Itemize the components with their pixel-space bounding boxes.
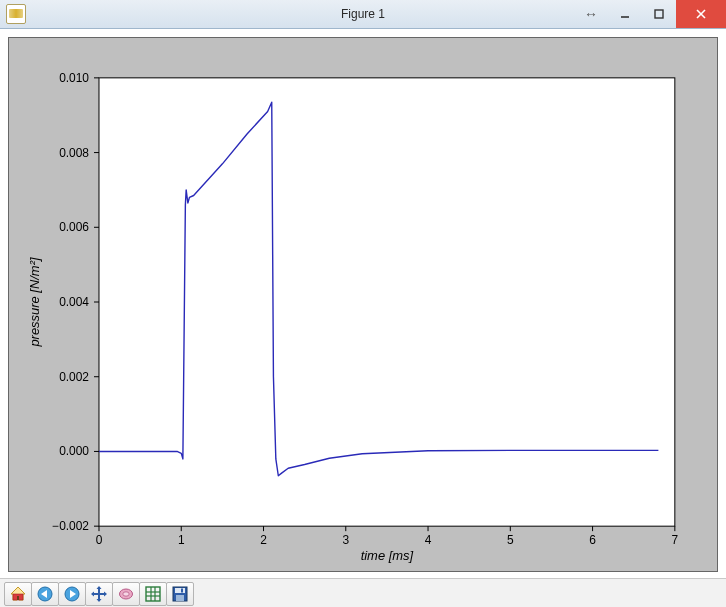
svg-point-51 <box>123 592 129 596</box>
svg-text:2: 2 <box>260 533 267 547</box>
forward-button[interactable] <box>58 582 86 606</box>
svg-text:7: 7 <box>672 533 679 547</box>
minimize-icon <box>619 8 631 20</box>
close-button[interactable] <box>676 0 726 28</box>
svg-text:pressure [N/m²]: pressure [N/m²] <box>27 257 42 348</box>
svg-marker-48 <box>91 592 94 597</box>
chart-plot: 01234567−0.0020.0000.0020.0040.0060.0080… <box>9 38 717 571</box>
save-icon <box>171 585 189 603</box>
svg-text:0.004: 0.004 <box>59 295 89 309</box>
svg-text:0.008: 0.008 <box>59 146 89 160</box>
svg-text:−0.002: −0.002 <box>52 519 89 533</box>
move-icon <box>90 585 108 603</box>
svg-marker-47 <box>97 599 102 602</box>
maximize-button[interactable] <box>642 0 676 28</box>
svg-marker-49 <box>104 592 107 597</box>
svg-text:5: 5 <box>507 533 514 547</box>
svg-text:3: 3 <box>342 533 349 547</box>
minimize-button[interactable] <box>608 0 642 28</box>
pan-button[interactable] <box>85 582 113 606</box>
svg-text:4: 4 <box>425 533 432 547</box>
zoom-rect-icon <box>117 585 135 603</box>
svg-rect-39 <box>17 596 19 600</box>
save-button[interactable] <box>166 582 194 606</box>
svg-text:1: 1 <box>178 533 185 547</box>
svg-text:0: 0 <box>96 533 103 547</box>
svg-rect-60 <box>181 589 183 593</box>
figure-toolbar <box>0 578 726 607</box>
subplots-button[interactable] <box>139 582 167 606</box>
home-button[interactable] <box>4 582 32 606</box>
close-icon <box>695 8 707 20</box>
svg-text:0.000: 0.000 <box>59 444 89 458</box>
zoom-button[interactable] <box>112 582 140 606</box>
figure-canvas[interactable]: 01234567−0.0020.0000.0020.0040.0060.0080… <box>8 37 718 572</box>
maximize-icon <box>653 8 665 20</box>
figure-area: 01234567−0.0020.0000.0020.0040.0060.0080… <box>0 29 726 578</box>
svg-text:0.010: 0.010 <box>59 71 89 85</box>
svg-text:0.006: 0.006 <box>59 220 89 234</box>
svg-rect-58 <box>175 588 185 593</box>
svg-rect-52 <box>146 587 160 601</box>
title-bar: Figure 1 ↔ <box>0 0 726 29</box>
svg-text:time [ms]: time [ms] <box>361 548 414 563</box>
svg-rect-59 <box>176 595 184 601</box>
svg-marker-46 <box>97 586 102 589</box>
subplots-icon <box>144 585 162 603</box>
arrow-left-icon <box>36 585 54 603</box>
svg-rect-1 <box>655 10 663 18</box>
svg-rect-4 <box>99 78 675 526</box>
svg-text:6: 6 <box>589 533 596 547</box>
window-controls: ↔ <box>574 0 726 28</box>
arrow-right-icon <box>63 585 81 603</box>
resize-horizontal-icon[interactable]: ↔ <box>574 0 608 28</box>
app-icon <box>6 4 26 24</box>
svg-text:0.002: 0.002 <box>59 370 89 384</box>
back-button[interactable] <box>31 582 59 606</box>
home-icon <box>9 585 27 603</box>
